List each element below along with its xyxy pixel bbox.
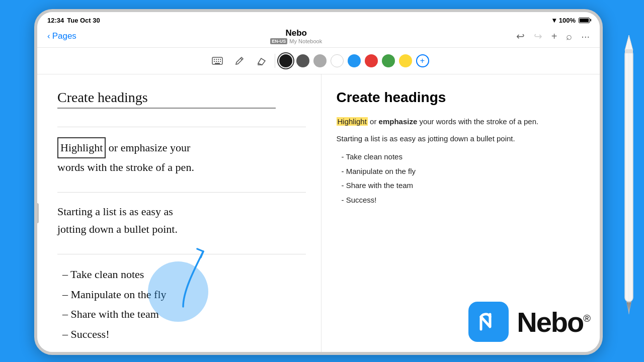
typed-body2: Starting a list is as easy as jotting do…	[337, 133, 585, 145]
svg-rect-5	[214, 61, 215, 62]
chevron-left-icon: ‹	[47, 31, 50, 41]
status-bar: 12:34 Tue Oct 30 ▾ 100%	[37, 12, 600, 26]
svg-rect-4	[220, 59, 221, 60]
hw-list-item-4: – Success!	[57, 324, 306, 344]
ipad-screen: 12:34 Tue Oct 30 ▾ 100% ‹ Pages Nebo EN-…	[37, 12, 600, 352]
time: 12:34	[47, 17, 64, 24]
toolbar-divider	[275, 54, 275, 68]
battery-indicator	[579, 18, 590, 23]
color-black[interactable]	[279, 54, 292, 67]
registered-symbol: ®	[583, 313, 590, 324]
nebo-icon	[468, 302, 509, 342]
typed-list-item-3: - Share with the team	[337, 178, 585, 193]
typed-body1-end: your words with the stroke of a pen.	[419, 117, 538, 126]
add-button[interactable]: +	[551, 31, 557, 42]
typed-body1: Highlight or emphasize your words with t…	[337, 116, 585, 128]
right-panel-typed: Create headings Highlight or emphasize y…	[321, 74, 600, 352]
hw-list-item-1: – Take clean notes	[57, 264, 306, 285]
nav-bar: ‹ Pages Nebo EN-US My Notebook ↩ ↪ + ⌕ ·…	[37, 26, 600, 48]
add-color-button[interactable]: +	[416, 54, 429, 67]
color-white[interactable]	[331, 54, 344, 67]
toolbar: +	[37, 48, 600, 74]
color-yellow[interactable]	[399, 54, 412, 67]
status-left: 12:34 Tue Oct 30	[47, 17, 100, 24]
typed-list-item-4: - Success!	[337, 193, 585, 208]
typed-body1-or: or	[370, 117, 379, 126]
pen-icon	[234, 56, 245, 66]
hw-list-block: – Take clean notes – Manipulate on the f…	[57, 264, 306, 344]
hw-emphasis-text: Highlight or emphasize your words with t…	[57, 137, 306, 175]
redo-button[interactable]: ↪	[534, 30, 542, 42]
color-red[interactable]	[365, 54, 378, 67]
color-blue[interactable]	[348, 54, 361, 67]
pen-tool[interactable]	[230, 52, 249, 70]
svg-rect-9	[215, 63, 220, 64]
svg-rect-2	[216, 59, 217, 60]
svg-rect-8	[220, 61, 221, 62]
main-content: Create headings Highlight or emphasize y…	[37, 74, 600, 352]
nav-title: Nebo	[270, 28, 322, 38]
hw-stroke-text: words with the stroke of a pen.	[57, 161, 194, 173]
nebo-n-logo	[476, 309, 501, 334]
keyboard-tool[interactable]	[208, 52, 226, 70]
search-button[interactable]: ⌕	[566, 31, 572, 42]
back-button[interactable]: ‹ Pages	[47, 31, 76, 41]
date: Tue Oct 30	[67, 17, 100, 24]
back-label: Pages	[52, 31, 76, 41]
svg-rect-3	[218, 59, 219, 60]
nav-subtitle: EN-US My Notebook	[270, 38, 322, 44]
highlight-word: Highlight	[337, 117, 368, 126]
nav-center: Nebo EN-US My Notebook	[270, 28, 322, 44]
eraser-tool[interactable]	[253, 52, 271, 70]
nebo-name: Nebo	[517, 306, 583, 338]
color-light-gray[interactable]	[313, 54, 327, 67]
hw-highlight-box: Highlight	[57, 137, 106, 158]
ipad-frame: 12:34 Tue Oct 30 ▾ 100% ‹ Pages Nebo EN-…	[34, 9, 603, 355]
lang-badge: EN-US	[270, 38, 287, 44]
undo-button[interactable]: ↩	[516, 30, 525, 42]
left-panel-handwriting: Create headings Highlight or emphasize y…	[37, 74, 321, 352]
pencil-decoration	[618, 30, 640, 322]
typed-body1-bold: emphasize	[379, 117, 418, 126]
hw-heading-block: Create headings	[57, 89, 306, 127]
color-green[interactable]	[382, 54, 395, 67]
hw-list-item-3: – Share with the team	[57, 304, 306, 324]
more-button[interactable]: ···	[581, 31, 590, 42]
typed-list-item-2: - Manipulate on the fly	[337, 164, 585, 179]
typed-heading: Create headings	[337, 89, 585, 106]
keyboard-icon	[212, 57, 223, 65]
typed-list-item-1: - Take clean notes	[337, 150, 585, 164]
wifi-icon: ▾	[552, 16, 556, 24]
hw-list-intro: Starting a list is as easy asjotting dow…	[57, 203, 306, 238]
battery-percent: 100%	[559, 17, 576, 24]
nebo-wordmark: Nebo®	[517, 306, 590, 338]
side-button	[37, 203, 39, 223]
color-dark-gray[interactable]	[296, 54, 309, 67]
hw-list-intro-block: Starting a list is as easy asjotting dow…	[57, 203, 306, 254]
pencil-svg	[618, 30, 640, 322]
hw-heading: Create headings	[57, 89, 276, 109]
hw-emphasis-block: Highlight or emphasize your words with t…	[57, 137, 306, 192]
nav-actions: ↩ ↪ + ⌕ ···	[516, 30, 590, 42]
svg-rect-6	[216, 61, 217, 62]
hw-emphasis-rest: or emphasize your	[106, 141, 190, 154]
notebook-name: My Notebook	[289, 38, 322, 44]
nebo-logo-area: Nebo®	[468, 302, 590, 342]
svg-rect-1	[214, 59, 215, 60]
hw-list-item-2: – Manipulate on the fly	[57, 285, 306, 305]
typed-list: - Take clean notes - Manipulate on the f…	[337, 150, 585, 207]
status-right: ▾ 100%	[552, 16, 590, 24]
eraser-icon	[256, 56, 267, 65]
svg-rect-7	[218, 61, 219, 62]
